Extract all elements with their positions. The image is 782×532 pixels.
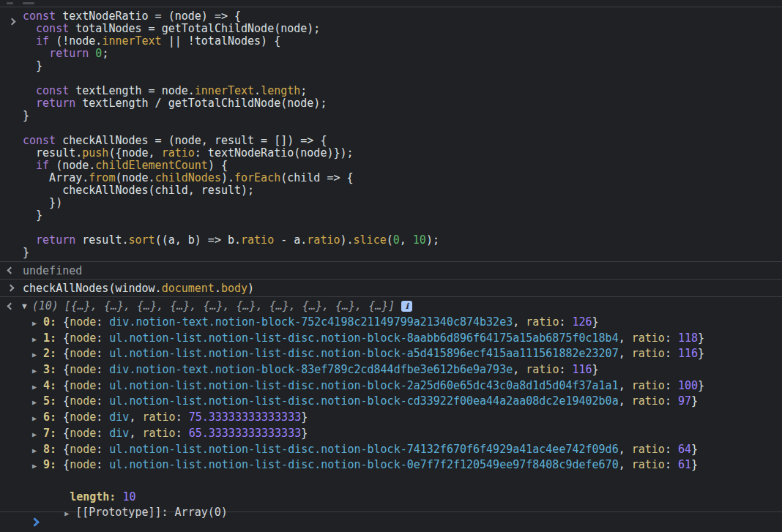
tree-text: { (63, 394, 70, 408)
code-token (23, 84, 36, 97)
tree-text: : (96, 394, 109, 408)
item-index: 5: (43, 394, 63, 408)
code-token: } (23, 59, 42, 72)
input-prompt-gutter (0, 10, 23, 259)
ratio-value: 65.33333333333333 (189, 427, 302, 440)
node-key: node (70, 363, 96, 376)
expand-arrow-icon[interactable]: ▶ (32, 443, 43, 459)
array-item-row: ▶7: {node: div, ratio: 65.33333333333333… (0, 426, 782, 442)
ratio-key: ratio (632, 347, 665, 360)
value-evaluated-info-icon[interactable]: i (401, 301, 412, 312)
expand-arrow-icon[interactable]: ▶ (32, 411, 43, 427)
code-token: } (23, 109, 29, 122)
expand-arrow-icon[interactable]: ▶ (32, 331, 43, 348)
expand-arrow-icon[interactable]: ▶ (32, 427, 43, 443)
code-token: ) { (208, 159, 228, 172)
item-index: 8: (43, 443, 63, 456)
tree-text: { (63, 427, 70, 440)
code-token: return (49, 47, 89, 60)
code-token: - a. (274, 233, 307, 247)
code-token: ratio (162, 146, 195, 160)
tree-text: , (513, 363, 526, 376)
node-selector: ul.notion-list.notion-list-disc.notion-b… (109, 394, 618, 408)
array-item-row: ▶6: {node: div, ratio: 75.33333333333333… (0, 410, 782, 426)
code-token: : textNodeRatio(node)}); (195, 146, 354, 160)
tree-text: , (619, 379, 632, 392)
expand-arrow-icon[interactable]: ▶ (32, 315, 43, 331)
tree-text: } (592, 363, 599, 376)
code-token: Array. (23, 171, 89, 184)
input-chevron-icon (7, 285, 15, 292)
code-token (23, 233, 36, 247)
code-line (23, 72, 782, 85)
ratio-key: ratio (142, 411, 175, 424)
tree-text: : (665, 379, 678, 392)
code-token: const (23, 134, 56, 147)
code-token (23, 47, 49, 60)
ratio-key: ratio (526, 363, 559, 376)
code-token: slice (354, 233, 387, 247)
tree-text: , (129, 427, 142, 440)
array-item-row: ▶0: {node: div.notion-text.notion-block-… (0, 315, 782, 331)
array-item-row: ▶8: {node: ul.notion-list.notion-list-di… (0, 442, 782, 458)
code-line: checkAllNodes(child, result); (23, 184, 782, 197)
expand-arrow-icon[interactable]: ▶ (64, 506, 75, 522)
length-key: length (70, 490, 109, 503)
node-selector: ul.notion-list.notion-list-disc.notion-b… (109, 443, 618, 456)
ratio-key: ratio (142, 427, 175, 440)
console-entry-result-undefined: undefined (0, 261, 782, 279)
tree-text: , (129, 411, 142, 424)
node-key: node (70, 379, 96, 392)
ratio-value: 97 (678, 394, 691, 408)
item-index: 0: (43, 315, 63, 329)
tree-text: : (559, 315, 572, 329)
code-token: result. (23, 146, 82, 160)
node-selector: div (109, 427, 129, 440)
code-token (23, 34, 36, 48)
code-token: textLength = node. (69, 84, 195, 97)
code-line: const totalNodes = getTotalChildNode(nod… (23, 23, 782, 35)
collapse-arrow-icon[interactable]: ▼ (22, 301, 27, 311)
tree-text: { (63, 347, 70, 360)
code-line: result.push({node, ratio: textNodeRatio(… (23, 147, 782, 160)
code-token (23, 97, 36, 110)
input-chevron-icon (9, 18, 16, 26)
code-token: (node. (49, 159, 95, 172)
item-index: 7: (43, 427, 63, 440)
code-token: innerText (102, 34, 161, 48)
code-token: } (23, 209, 42, 222)
tree-text: : (665, 394, 678, 408)
code-token: from (89, 171, 115, 184)
node-key: node (70, 331, 96, 345)
code-token: return (36, 97, 75, 110)
expand-arrow-icon[interactable]: ▶ (32, 347, 43, 363)
node-selector: div.notion-text.notion-block-752c4198c21… (109, 315, 513, 329)
expand-arrow-icon[interactable]: ▶ (32, 379, 43, 395)
length-value: 10 (122, 490, 135, 503)
tree-text: , (619, 458, 632, 471)
tree-text: } (592, 315, 599, 329)
ratio-value: 118 (678, 331, 698, 345)
code-token: if (36, 34, 49, 48)
output-chevron-icon (7, 267, 15, 274)
expand-arrow-icon[interactable]: ▶ (32, 363, 43, 379)
ratio-value: 64 (678, 443, 691, 456)
code-token: ( (387, 233, 393, 247)
node-key: node (70, 315, 96, 329)
tree-text: } (698, 347, 704, 360)
code-token: forEach (234, 171, 280, 184)
code-line (23, 222, 782, 234)
tree-text: : (96, 443, 109, 456)
tree-text: , (619, 347, 632, 360)
code-token (89, 47, 95, 60)
expand-arrow-icon[interactable]: ▶ (32, 458, 43, 474)
ratio-key: ratio (632, 379, 665, 392)
item-index: 1: (43, 331, 63, 345)
output-chevron-icon (7, 302, 15, 310)
tree-text: , (513, 315, 526, 329)
call-input-text: checkAllNodes(window.document.body) (23, 282, 254, 295)
code-token: body (221, 282, 247, 295)
expand-arrow-icon[interactable]: ▶ (32, 394, 43, 411)
ratio-value: 126 (572, 315, 592, 329)
code-token: ). (221, 171, 234, 184)
